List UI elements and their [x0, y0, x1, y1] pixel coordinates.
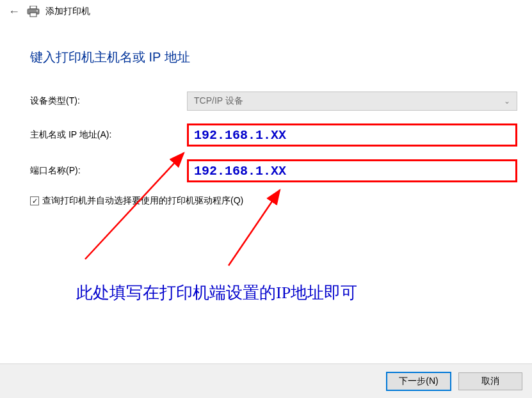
svg-rect-0	[30, 6, 36, 9]
device-type-dropdown[interactable]: TCP/IP 设备 ⌄	[187, 92, 517, 111]
back-arrow-icon[interactable]: ←	[7, 6, 21, 17]
device-type-value: TCP/IP 设备	[194, 95, 243, 107]
next-button[interactable]: 下一步(N)	[387, 372, 451, 390]
cancel-button[interactable]: 取消	[458, 372, 522, 390]
wizard-content: 键入打印机主机名或 IP 地址 设备类型(T): TCP/IP 设备 ⌄ 主机名…	[0, 20, 532, 207]
annotation-text: 此处填写在打印机端设置的IP地址即可	[76, 282, 357, 304]
host-label: 主机名或 IP 地址(A):	[30, 129, 187, 141]
port-label: 端口名称(P):	[30, 165, 187, 177]
port-value: 192.168.1.XX	[194, 164, 286, 179]
page-heading: 键入打印机主机名或 IP 地址	[30, 49, 532, 66]
svg-point-3	[36, 10, 38, 12]
printer-icon	[27, 6, 40, 17]
device-type-row: 设备类型(T): TCP/IP 设备 ⌄	[30, 92, 532, 111]
port-input[interactable]: 192.168.1.XX	[187, 159, 517, 182]
svg-rect-2	[30, 13, 36, 17]
button-bar: 下一步(N) 取消	[0, 363, 532, 398]
device-type-label: 设备类型(T):	[30, 95, 187, 107]
auto-query-label: 查询打印机并自动选择要使用的打印机驱动程序(Q)	[42, 195, 243, 207]
wizard-title: 添加打印机	[45, 6, 90, 17]
wizard-header: ← 添加打印机	[0, 0, 532, 20]
port-row: 端口名称(P): 192.168.1.XX	[30, 159, 532, 182]
host-value: 192.168.1.XX	[194, 128, 286, 143]
host-row: 主机名或 IP 地址(A): 192.168.1.XX	[30, 123, 532, 147]
auto-query-checkbox[interactable]	[30, 196, 39, 205]
chevron-down-icon: ⌄	[504, 97, 510, 106]
host-input[interactable]: 192.168.1.XX	[187, 123, 517, 147]
auto-query-row: 查询打印机并自动选择要使用的打印机驱动程序(Q)	[30, 195, 532, 207]
